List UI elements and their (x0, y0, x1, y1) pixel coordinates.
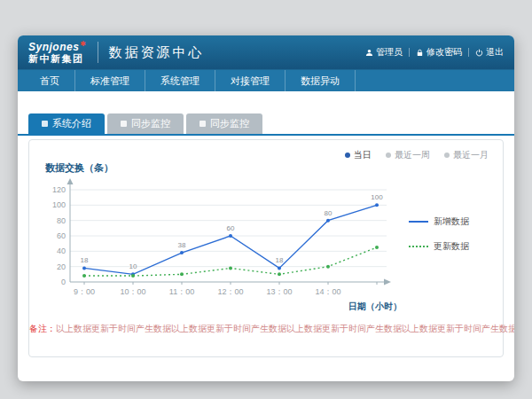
filter-last-month[interactable]: 最近一月 (444, 149, 489, 161)
svg-text:12：00: 12：00 (217, 287, 243, 296)
svg-text:0: 0 (61, 278, 66, 286)
svg-text:80: 80 (325, 209, 332, 217)
filter-dot-icon (444, 153, 450, 158)
svg-text:13：00: 13：00 (266, 287, 292, 296)
tab-label: 系统介绍 (52, 117, 91, 130)
chart-panel: 当日 最近一周 最近一月 数据交换（条） 0204060801001209：00… (28, 139, 504, 357)
filter-label: 当日 (354, 149, 372, 161)
tab-icon (121, 121, 127, 127)
svg-text:100: 100 (52, 200, 66, 209)
brand-logo: Synjones✱ 新中新集团 (28, 41, 87, 64)
logout-button[interactable]: 退出 (475, 46, 504, 59)
brand-name-text: Synjones (28, 41, 79, 53)
legend-label: 更新数据 (434, 240, 469, 253)
svg-text:80: 80 (57, 216, 66, 225)
lock-icon (416, 49, 424, 57)
svg-text:60: 60 (57, 231, 66, 240)
filter-dot-icon (386, 153, 391, 158)
footnote-prefix: 备注： (29, 324, 56, 333)
svg-text:14：00: 14：00 (315, 287, 340, 296)
footnote: 备注：以上数据更新于时间产生数据以上数据更新于时间产生数据以上数据更新于时间产生… (29, 323, 503, 335)
header-actions: 管理员 修改密码 退出 (365, 46, 504, 59)
svg-text:38: 38 (178, 241, 186, 249)
logout-label: 退出 (486, 46, 504, 59)
change-password-label: 修改密码 (426, 46, 462, 59)
time-filters: 当日 最近一周 最近一月 (345, 149, 489, 161)
svg-text:日期（小时）: 日期（小时） (348, 301, 402, 311)
series-legend: 新增数据 更新数据 (409, 215, 469, 253)
app-header: Synjones✱ 新中新集团 数据资源中心 管理员 修改密码 退出 (18, 35, 514, 69)
tab-system-intro[interactable]: 系统介绍 (28, 113, 105, 134)
line-chart: 0204060801001209：0010：0011：0012：0013：001… (40, 176, 405, 316)
tab-icon (200, 121, 206, 127)
nav-item-system-mgmt[interactable]: 系统管理 (145, 70, 215, 91)
main-nav: 首页 标准管理 系统管理 对接管理 数据异动 (18, 69, 514, 91)
page-title: 数据资源中心 (109, 44, 205, 61)
tab-bar: 系统介绍 同步监控 同步监控 (28, 113, 514, 134)
dotted-line-sample-icon (409, 246, 428, 247)
svg-text:18: 18 (276, 256, 284, 264)
legend-item-new-data[interactable]: 新增数据 (409, 215, 469, 228)
footnote-text: 以上数据更新于时间产生数据以上数据更新于时间产生数据以上数据更新于时间产生数据以… (56, 324, 514, 333)
admin-label: 管理员 (376, 46, 403, 59)
tab-label: 同步监控 (131, 117, 170, 130)
brand-name: Synjones✱ (28, 41, 87, 53)
legend-label: 新增数据 (434, 215, 469, 228)
svg-text:10：00: 10：00 (120, 287, 145, 296)
nav-item-interface-mgmt[interactable]: 对接管理 (215, 70, 286, 91)
filter-label: 最近一周 (395, 149, 430, 161)
nav-item-home[interactable]: 首页 (25, 70, 75, 91)
filter-label: 最近一月 (453, 149, 489, 161)
svg-text:11：00: 11：00 (169, 287, 194, 296)
svg-text:120: 120 (52, 185, 66, 194)
svg-text:9：00: 9：00 (74, 287, 95, 296)
change-password-button[interactable]: 修改密码 (416, 46, 462, 59)
power-icon (475, 49, 483, 57)
filter-dot-icon (345, 153, 350, 158)
user-icon (365, 49, 373, 57)
chart-row: 0204060801001209：0010：0011：0012：0013：001… (40, 176, 496, 316)
legend-item-update-data[interactable]: 更新数据 (409, 240, 469, 253)
svg-text:40: 40 (57, 246, 66, 255)
header-separator (409, 48, 410, 57)
y-axis-title: 数据交换（条） (45, 161, 113, 175)
header-divider (98, 42, 98, 63)
nav-item-standard-mgmt[interactable]: 标准管理 (75, 70, 145, 91)
svg-text:18: 18 (81, 256, 89, 264)
tab-label: 同步监控 (210, 117, 249, 130)
header-separator (468, 48, 469, 57)
logo-star-icon: ✱ (80, 40, 86, 48)
filter-today[interactable]: 当日 (345, 149, 372, 161)
brand-company: 新中新集团 (28, 53, 87, 64)
nav-item-data-change[interactable]: 数据异动 (286, 70, 356, 91)
svg-text:60: 60 (227, 224, 235, 232)
tab-sync-monitor-1[interactable]: 同步监控 (107, 113, 184, 134)
desktop-background: Synjones✱ 新中新集团 数据资源中心 管理员 修改密码 退出 (0, 0, 532, 399)
tab-sync-monitor-2[interactable]: 同步监控 (186, 113, 262, 134)
app-window: Synjones✱ 新中新集团 数据资源中心 管理员 修改密码 退出 (18, 35, 514, 381)
svg-text:10: 10 (129, 262, 137, 270)
tab-icon (42, 121, 48, 127)
solid-line-sample-icon (409, 221, 428, 223)
svg-text:20: 20 (57, 262, 66, 271)
admin-button[interactable]: 管理员 (365, 46, 403, 59)
filter-last-week[interactable]: 最近一周 (386, 149, 430, 161)
tab-underline (18, 134, 514, 136)
svg-text:100: 100 (371, 193, 383, 201)
